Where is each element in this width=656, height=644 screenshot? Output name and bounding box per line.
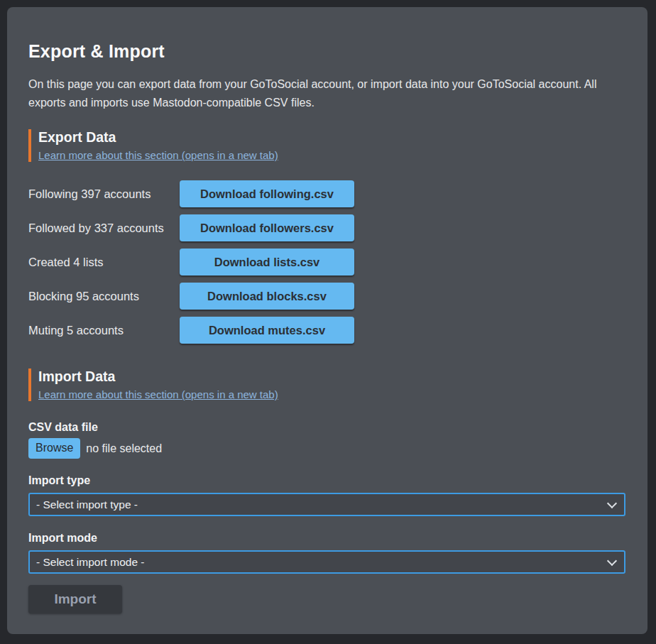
csv-file-input: Browse no file selected	[28, 438, 624, 459]
import-submit-button[interactable]: Import	[28, 585, 122, 613]
download-followers-button[interactable]: Download followers.csv	[180, 214, 354, 241]
import-section-header: Import Data Learn more about this sectio…	[28, 369, 624, 401]
export-row-mutes: Muting 5 accounts Download mutes.csv	[28, 317, 624, 344]
export-row-label: Following 397 accounts	[28, 187, 180, 201]
import-type-select-wrap: - Select import type -	[28, 493, 625, 516]
export-row-followers: Followed by 337 accounts Download follow…	[28, 214, 624, 241]
csv-file-label: CSV data file	[28, 421, 624, 434]
export-row-blocks: Blocking 95 accounts Download blocks.csv	[28, 283, 624, 310]
page-title: Export & Import	[28, 7, 624, 62]
import-learn-more-link[interactable]: Learn more about this section (opens in …	[38, 388, 278, 400]
export-import-panel: Export & Import On this page you can exp…	[7, 7, 647, 634]
import-mode-select[interactable]: - Select import mode -	[28, 550, 625, 574]
import-type-label: Import type	[28, 474, 624, 487]
download-lists-button[interactable]: Download lists.csv	[180, 249, 354, 275]
download-mutes-button[interactable]: Download mutes.csv	[180, 317, 354, 344]
export-row-label: Followed by 337 accounts	[28, 222, 180, 235]
import-heading: Import Data	[38, 369, 624, 385]
import-mode-label: Import mode	[28, 532, 624, 545]
export-rows: Following 397 accounts Download followin…	[28, 180, 624, 344]
import-mode-select-wrap: - Select import mode -	[28, 550, 625, 574]
export-learn-more-link[interactable]: Learn more about this section (opens in …	[38, 149, 278, 161]
download-blocks-button[interactable]: Download blocks.csv	[180, 283, 354, 310]
export-row-following: Following 397 accounts Download followin…	[28, 180, 624, 207]
export-row-label: Muting 5 accounts	[28, 324, 180, 337]
import-type-select[interactable]: - Select import type -	[28, 493, 625, 516]
file-status-text: no file selected	[86, 442, 162, 455]
browse-button[interactable]: Browse	[28, 438, 80, 459]
export-heading: Export Data	[38, 129, 624, 146]
export-section-header: Export Data Learn more about this sectio…	[28, 129, 624, 162]
export-row-label: Created 4 lists	[28, 256, 180, 269]
download-following-button[interactable]: Download following.csv	[180, 180, 354, 207]
export-row-label: Blocking 95 accounts	[28, 290, 180, 303]
page-intro: On this page you can export data from yo…	[28, 75, 624, 112]
export-row-lists: Created 4 lists Download lists.csv	[28, 249, 624, 275]
